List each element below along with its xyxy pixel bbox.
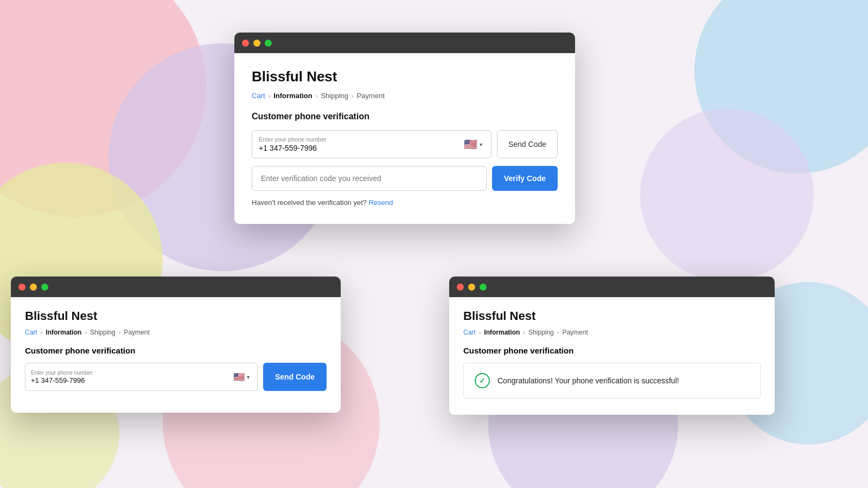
br-sep-3: › [557,329,559,336]
verify-code-button[interactable]: Verify Code [492,166,558,191]
breadcrumb-sep-1: › [269,93,271,99]
bg-circle-blue-top [694,0,868,174]
bl-minimize-button[interactable] [30,284,37,291]
bl-send-code-button[interactable]: Send Code [263,363,327,391]
breadcrumb-information: Information [273,92,312,100]
send-code-button[interactable]: Send Code [497,130,558,158]
success-box: ✓ Congratulations! Your phone verificati… [463,363,761,399]
bl-sep-2: › [85,329,87,336]
bl-breadcrumb-cart[interactable]: Cart [25,329,37,336]
checkmark-icon: ✓ [479,376,486,385]
phone-flag-wrap[interactable]: 🇺🇸 ▾ [464,138,484,151]
main-window: Blissful Nest Cart › Information › Shipp… [234,33,575,224]
br-breadcrumb-info: Information [484,329,520,336]
phone-row: Enter your phone number +1 347-559-7996 … [252,130,558,158]
br-close-button[interactable] [457,284,464,291]
br-breadcrumb-cart[interactable]: Cart [463,329,476,336]
bl-breadcrumb: Cart › Information › Shipping › Payment [25,329,327,336]
resend-link[interactable]: Resend [369,198,393,207]
resend-static-text: Haven't received the verification yet? [252,198,367,207]
br-breadcrumb-shipping: Shipping [528,329,554,336]
bl-phone-input-wrap[interactable]: Enter your phone number +1 347-559-7996 … [25,363,258,391]
main-titlebar [234,33,575,53]
breadcrumb: Cart › Information › Shipping › Payment [252,92,558,100]
bl-flag-wrap[interactable]: 🇺🇸 ▾ [233,371,252,383]
bl-breadcrumb-info: Information [46,329,81,336]
success-message: Congratulations! Your phone verification… [497,376,679,385]
app-title: Blissful Nest [252,68,558,85]
phone-input-label: Enter your phone number [259,136,464,143]
maximize-button[interactable] [265,40,272,47]
bottom-right-window: Blissful Nest Cart › Information › Shipp… [449,277,775,415]
bl-breadcrumb-shipping: Shipping [90,329,116,336]
br-sep-1: › [479,329,481,336]
bl-phone-value: +1 347-559-7996 [31,376,233,384]
verify-code-input[interactable] [252,166,487,191]
bl-phone-row: Enter your phone number +1 347-559-7996 … [25,363,327,391]
close-button[interactable] [242,40,249,47]
flag-icon: 🇺🇸 [464,138,477,151]
br-section-title: Customer phone verification [463,346,761,355]
breadcrumb-sep-3: › [352,93,354,99]
bl-maximize-button[interactable] [41,284,48,291]
chevron-down-icon: ▾ [480,142,482,147]
breadcrumb-shipping: Shipping [321,92,348,100]
bottom-right-titlebar [449,277,775,297]
verify-row: Verify Code [252,166,558,191]
bl-app-title: Blissful Nest [25,309,327,323]
breadcrumb-payment: Payment [357,92,385,100]
bl-close-button[interactable] [18,284,25,291]
br-breadcrumb-payment: Payment [562,329,588,336]
br-breadcrumb: Cart › Information › Shipping › Payment [463,329,761,336]
phone-input-value: +1 347-559-7996 [259,144,464,152]
phone-input-wrap[interactable]: Enter your phone number +1 347-559-7996 … [252,130,492,158]
br-minimize-button[interactable] [468,284,475,291]
bg-circle-pink [0,0,206,217]
bl-phone-label: Enter your phone number [31,370,233,376]
bl-sep-1: › [41,329,43,336]
br-sep-2: › [523,329,525,336]
br-maximize-button[interactable] [480,284,487,291]
bottom-left-titlebar [11,277,341,297]
section-title: Customer phone verification [252,112,558,121]
success-icon: ✓ [475,373,490,388]
bottom-left-window: Blissful Nest Cart › Information › Shipp… [11,277,341,413]
br-app-title: Blissful Nest [463,309,761,323]
bl-sep-3: › [119,329,121,336]
bg-circle-lavender [640,108,814,282]
bl-chevron-icon: ▾ [247,374,250,380]
bl-flag-icon: 🇺🇸 [233,371,245,383]
breadcrumb-cart[interactable]: Cart [252,92,265,100]
resend-text-wrap: Haven't received the verification yet? R… [252,198,558,207]
breadcrumb-sep-2: › [316,93,318,99]
bl-section-title: Customer phone verification [25,346,327,355]
bl-breadcrumb-payment: Payment [124,329,149,336]
minimize-button[interactable] [253,40,260,47]
